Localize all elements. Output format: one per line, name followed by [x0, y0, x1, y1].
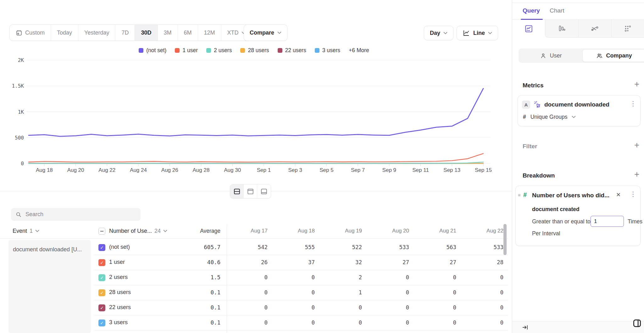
cell-value: 0 [368, 289, 409, 296]
event-icon [533, 100, 541, 108]
cell-value: 26 [227, 259, 268, 265]
table-row: ✓2 users1.5002000 [0, 270, 512, 285]
table-header: Event 1 Number of Use... 24 Average Aug … [0, 224, 512, 239]
chart-type-label: Line [473, 30, 485, 36]
series-checkbox[interactable]: ✓ [98, 244, 105, 251]
granularity-label: Day [430, 30, 440, 36]
date-range-today[interactable]: Today [51, 25, 78, 41]
metric-menu-icon[interactable]: ⋮ [630, 100, 636, 107]
entity-user-label: User [550, 52, 562, 59]
entity-company-option[interactable]: Company [582, 49, 644, 62]
tab-scatter-chart[interactable] [611, 20, 644, 38]
add-breakdown-button[interactable]: + [634, 170, 639, 179]
event-count: 1 [30, 228, 33, 234]
chart-type-button[interactable]: Line [457, 26, 498, 40]
close-icon[interactable]: ✕ [616, 192, 621, 198]
date-range-yesterday[interactable]: Yesterday [78, 25, 115, 41]
layout-toggle [230, 184, 271, 199]
x-axis-tick-label: Aug 20 [67, 167, 84, 173]
panel-toggle-icon[interactable] [632, 319, 642, 328]
x-axis-tick-label: Aug 22 [98, 167, 115, 173]
series-checkbox[interactable]: ✓ [98, 289, 105, 296]
add-filter-button[interactable]: + [634, 141, 639, 150]
series-checkbox[interactable]: ✓ [98, 259, 105, 266]
date-column-header[interactable]: Aug 17 [227, 228, 268, 234]
granularity-button[interactable]: Day [424, 26, 453, 40]
tab-bar-chart[interactable] [545, 20, 578, 38]
number-property-icon: # [523, 191, 527, 199]
y-axis-tick-label: 1K [18, 109, 24, 115]
line-chart[interactable]: 05001K1.5K2KAug 18Aug 20Aug 22Aug 24Aug … [0, 44, 508, 185]
y-axis-tick-label: 500 [15, 135, 24, 141]
date-range-6m[interactable]: 6M [178, 25, 198, 41]
series-checkbox[interactable]: ✓ [98, 319, 105, 326]
layout-table-only-button[interactable] [257, 184, 271, 198]
cell-value: 0 [463, 304, 503, 311]
date-column-header[interactable]: Aug 19 [321, 228, 362, 234]
cell-value: 0 [227, 304, 268, 311]
condition-unit-label: Times [628, 218, 642, 225]
chevron-down-icon [572, 116, 576, 118]
series-line[interactable] [29, 89, 483, 137]
date-range-7d[interactable]: 7D [115, 25, 135, 41]
add-metric-button[interactable]: + [634, 80, 639, 89]
metrics-section-title: Metrics [523, 82, 544, 89]
cell-value: 1 [321, 289, 362, 296]
series-checkbox[interactable]: ✓ [98, 274, 105, 281]
condition-value-input[interactable] [591, 216, 624, 227]
cell-value: 0 [463, 289, 503, 296]
layout-chart-only-button[interactable] [244, 184, 257, 198]
date-column-header[interactable]: Aug 21 [415, 228, 456, 234]
tab-flow-chart[interactable] [578, 20, 611, 38]
average-value: 1.5 [164, 274, 220, 281]
compare-button[interactable]: Compare [244, 25, 287, 41]
date-range-label: 30D [141, 30, 151, 36]
tab-line-chart[interactable] [512, 20, 545, 38]
y-axis-tick-label: 0 [21, 161, 24, 166]
cell-value: 0 [274, 319, 315, 326]
cell-value: 542 [227, 244, 268, 250]
x-axis-tick-label: Aug 30 [224, 167, 241, 173]
drag-handle-icon[interactable]: ≡ [518, 192, 521, 198]
cell-value: 0 [415, 274, 456, 281]
search-input[interactable] [25, 211, 136, 218]
average-column-header: Average [170, 228, 220, 234]
date-range-3m[interactable]: 3M [158, 25, 178, 41]
metric-card[interactable]: A document downloaded ⋮ # Unique Groups [518, 95, 641, 126]
date-range-30d[interactable]: 30D [135, 25, 158, 41]
select-all-checkbox[interactable] [98, 228, 105, 235]
date-column-header[interactable]: Aug 20 [368, 228, 409, 234]
main-area: CustomTodayYesterday7D30D3M6M12MXTD Comp… [0, 0, 512, 333]
series-label: 2 users [109, 274, 128, 281]
vertical-scrollbar[interactable] [503, 224, 507, 255]
number-property-icon: # [523, 114, 526, 120]
date-column-header[interactable]: Aug 18 [274, 228, 315, 234]
tab-query[interactable]: Query [523, 7, 540, 14]
date-range-label: 7D [121, 30, 129, 36]
series-label: 1 user [109, 259, 125, 265]
query-panel: Query Chart User Company Metrics + A d [512, 0, 644, 333]
chevron-down-icon [163, 230, 167, 232]
layout-split-button[interactable] [230, 184, 244, 198]
breakdown-menu-icon[interactable]: ⋮ [630, 191, 636, 197]
date-range-custom[interactable]: Custom [10, 25, 51, 41]
cell-value: 27 [415, 259, 456, 265]
series-column-header[interactable]: Number of Use... 24 [109, 228, 167, 234]
x-axis-tick-label: Aug 28 [193, 167, 210, 173]
collapse-panel-icon[interactable] [521, 324, 529, 331]
panel-tabs: Query Chart [512, 3, 644, 20]
scatter-chart-icon [624, 25, 632, 33]
date-range-label: 12M [204, 30, 215, 36]
measure-selector[interactable]: # Unique Groups [523, 114, 576, 120]
event-column-header[interactable]: Event 1 [13, 228, 39, 234]
entity-user-option[interactable]: User [519, 49, 582, 62]
table-row: ✓28 users0.1001000 [0, 285, 512, 300]
date-range-12m[interactable]: 12M [198, 25, 221, 41]
tab-chart[interactable]: Chart [550, 7, 564, 14]
series-line[interactable] [29, 154, 483, 162]
breakdown-card[interactable]: ≡ # Number of Users who did... ✕ ⋮ docum… [515, 186, 641, 246]
chevron-down-icon [277, 31, 281, 34]
series-checkbox[interactable]: ✓ [98, 304, 105, 311]
split-view-icon [233, 188, 241, 195]
date-column-header[interactable]: Aug 22 [463, 228, 503, 234]
